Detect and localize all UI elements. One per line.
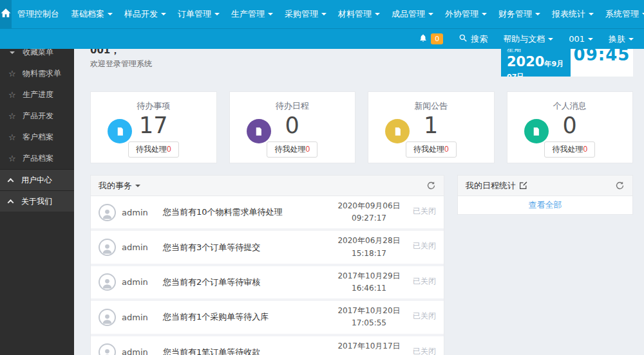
nav-item-console[interactable]: 管理控制台 — [12, 0, 65, 28]
avatar — [99, 343, 116, 355]
sidebar-item-material-requisition[interactable]: ☆物料需求单 — [0, 63, 74, 84]
nav-item-basic-archives[interactable]: 基础档案 — [65, 0, 118, 28]
home-button[interactable] — [0, 0, 12, 28]
avatar — [99, 239, 116, 256]
pending-for-me-button[interactable]: 待我处理0 — [267, 141, 317, 158]
nav-item-report-stats[interactable]: 报表统计 — [546, 0, 600, 28]
stat-title: 待办事项 — [91, 100, 216, 112]
sidebar-item-product-archives[interactable]: ☆产品档案 — [0, 148, 74, 169]
chevron-up-icon — [8, 178, 14, 184]
star-icon: ☆ — [8, 132, 16, 142]
my-tasks-panel: 我的事务 admin 您当前有10个物料需求单待处理 2020年09月06日09… — [90, 175, 444, 355]
sidebar-item-product-development[interactable]: ☆产品开发 — [0, 105, 74, 127]
stat-title: 个人消息 — [507, 100, 633, 112]
task-user: admin — [122, 208, 154, 217]
table-row[interactable]: admin 您当前有3个订单等待提交 2020年06月28日15:18:17 已… — [91, 231, 444, 263]
task-datetime: 2017年10月29日16:46:11 — [334, 270, 404, 295]
nav-item-finance-mgmt[interactable]: 财务管理 — [493, 0, 546, 28]
my-schedule-body: 查看全部 — [458, 196, 632, 214]
chevron-down-icon — [268, 13, 273, 18]
my-tasks-title[interactable]: 我的事务 — [99, 180, 132, 192]
status-badge: 已关闭 — [404, 206, 436, 217]
bell-icon — [419, 33, 428, 44]
stat-cards-row: 待办事项 17 待我处理0 待办日程 0 待我处理0 新闻公告 1 待我处理0 … — [90, 91, 633, 163]
document-icon — [247, 119, 271, 143]
chevron-down-icon — [629, 38, 634, 43]
chevron-down-icon — [589, 13, 594, 18]
top-navbar: 管理控制台 基础档案 样品开发 订单管理 生产管理 采购管理 材料管理 成品管理… — [0, 0, 644, 28]
document-icon — [524, 119, 549, 143]
nav-item-sample-dev[interactable]: 样品开发 — [118, 0, 172, 28]
skin-menu[interactable]: 换肤 — [609, 33, 634, 45]
document-icon — [108, 119, 132, 143]
help-docs-menu[interactable]: 帮助与文档 — [503, 33, 553, 45]
status-badge: 已关闭 — [404, 276, 436, 287]
nav-item-order-mgmt[interactable]: 订单管理 — [172, 0, 225, 28]
stat-title: 新闻公告 — [368, 100, 494, 112]
my-tasks-header: 我的事务 — [91, 176, 444, 196]
user-menu[interactable]: 001 — [569, 34, 593, 44]
pending-for-me-button[interactable]: 待我处理0 — [544, 141, 595, 158]
pending-for-me-button[interactable]: 待我处理0 — [406, 141, 457, 158]
task-datetime: 2020年09月06日09:27:17 — [334, 200, 404, 224]
my-schedule-header: 我的日程统计 — [458, 176, 632, 196]
stat-card-personal-messages: 个人消息 0 待我处理0 — [507, 91, 634, 163]
status-badge: 已关闭 — [404, 346, 436, 355]
edit-icon[interactable] — [519, 181, 527, 190]
panels-row: 我的事务 admin 您当前有10个物料需求单待处理 2020年09月06日09… — [90, 175, 633, 355]
chevron-down-icon — [10, 51, 15, 57]
date-year: 2020 — [507, 54, 544, 69]
task-user: admin — [122, 347, 154, 355]
chevron-down-icon — [535, 13, 540, 18]
nav-menu: 管理控制台 基础档案 样品开发 订单管理 生产管理 采购管理 材料管理 成品管理… — [12, 0, 644, 28]
avatar — [99, 204, 116, 221]
nav-item-system-mgmt[interactable]: 系统管理 — [600, 0, 644, 28]
status-badge: 已关闭 — [404, 311, 436, 322]
nav-item-outsourcing-mgmt[interactable]: 外协管理 — [439, 0, 493, 28]
chevron-down-icon — [161, 13, 166, 18]
task-datetime: 2020年06月28日15:18:17 — [334, 235, 404, 259]
home-icon — [0, 7, 12, 21]
table-row[interactable]: admin 您当前有1笔订单等待收款 2017年10月17日21:03:05 已… — [91, 336, 444, 355]
star-icon: ☆ — [8, 111, 16, 121]
stat-card-news: 新闻公告 1 待我处理0 — [368, 91, 495, 163]
table-row[interactable]: admin 您当前有2个订单等待审核 2017年10月29日16:46:11 已… — [91, 266, 444, 298]
nav-item-production-mgmt[interactable]: 生产管理 — [225, 0, 279, 28]
nav-item-purchase-mgmt[interactable]: 采购管理 — [279, 0, 332, 28]
sidebar-item-customer-archives[interactable]: ☆客户档案 — [0, 127, 74, 148]
stat-title: 待办日程 — [230, 100, 355, 112]
task-message: 您当前有1个采购单等待入库 — [154, 311, 334, 323]
notifications-button[interactable]: 0 — [419, 33, 443, 44]
pending-for-me-button[interactable]: 待我处理0 — [128, 141, 179, 158]
search-icon — [459, 33, 468, 44]
chevron-down-icon — [428, 13, 433, 18]
task-message: 您当前有10个物料需求单待处理 — [154, 206, 334, 218]
chevron-down-icon — [482, 13, 487, 18]
avatar — [99, 273, 116, 291]
chevron-down-icon — [375, 13, 380, 18]
task-datetime: 2017年10月17日21:03:05 — [334, 340, 404, 355]
my-schedule-title: 我的日程统计 — [466, 180, 516, 192]
view-all-link[interactable]: 查看全部 — [529, 199, 562, 211]
sidebar-item-about-us[interactable]: 关于我们 — [0, 190, 74, 212]
status-badge: 已关闭 — [404, 241, 436, 251]
search-button[interactable]: 搜索 — [459, 33, 488, 45]
sidebar-item-production-progress[interactable]: ☆生产进度 — [0, 84, 74, 105]
table-row[interactable]: admin 您当前有10个物料需求单待处理 2020年09月06日09:27:1… — [91, 196, 444, 228]
refresh-icon[interactable] — [426, 181, 436, 190]
sidebar-item-user-center[interactable]: 用户中心 — [0, 169, 74, 190]
nav-item-finished-goods-mgmt[interactable]: 成品管理 — [386, 0, 439, 28]
task-user: admin — [122, 242, 154, 252]
refresh-icon[interactable] — [615, 181, 625, 190]
nav-item-material-mgmt[interactable]: 材料管理 — [332, 0, 386, 28]
task-user: admin — [122, 313, 154, 322]
table-row[interactable]: admin 您当前有1个采购单等待入库 2017年10月20日17:05:55 … — [91, 301, 444, 333]
main-content: 001， 欢迎登录管理系统 星期一 2020年9月07日 09:45 待办事项 … — [74, 49, 644, 355]
task-message: 您当前有1笔订单等待收款 — [154, 347, 334, 355]
task-list: admin 您当前有10个物料需求单待处理 2020年09月06日09:27:1… — [91, 196, 444, 355]
star-icon: ☆ — [8, 154, 16, 163]
sidebar-item-favorites-menu[interactable]: 收藏菜单 — [0, 49, 74, 63]
avatar — [99, 309, 116, 326]
chevron-down-icon — [321, 13, 327, 18]
stat-card-todo-schedule: 待办日程 0 待我处理0 — [229, 91, 356, 163]
